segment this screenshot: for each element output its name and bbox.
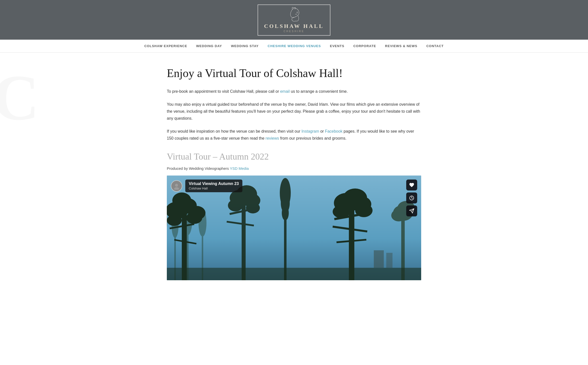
horse-logo-icon: [284, 7, 304, 22]
nav-list: COLSHAW EXPERIENCE WEDDING DAY WEDDING S…: [140, 40, 448, 52]
share-icon: [409, 208, 414, 214]
svg-point-49: [174, 187, 179, 190]
intro-p3-prefix: If you would like inspiration on how the…: [167, 129, 301, 133]
svg-rect-20: [242, 195, 246, 280]
nav-link-cheshire-wedding-venues[interactable]: CHESHIRE WEDDING VENUES: [263, 40, 325, 52]
logo-title: COLSHAW HALL: [264, 23, 324, 29]
video-title-main: Virtual Viewing Autumn 23: [189, 182, 239, 186]
background-watermark: C: [0, 65, 39, 130]
svg-point-31: [282, 205, 289, 220]
svg-point-19: [172, 192, 191, 208]
nav-link-wedding-stay[interactable]: WEDDING STAY: [226, 40, 263, 52]
intro-paragraph-2: You may also enjoy a virtual guided tour…: [167, 101, 421, 122]
nav-item-wedding-day[interactable]: WEDDING DAY: [192, 40, 227, 52]
video-title-sub: Colshaw Hall: [189, 186, 239, 190]
intro-paragraph-3: If you would like inspiration on how the…: [167, 128, 421, 142]
page-title: Enjoy a Virtual Tour of Colshaw Hall!: [167, 66, 421, 80]
site-header: COLSHAW HALL CHESHIRE: [0, 0, 588, 40]
heart-icon: [409, 182, 414, 188]
svg-rect-45: [167, 268, 421, 280]
intro-paragraph-1: To pre-book an appointment to visit Cols…: [167, 88, 421, 95]
nav-item-cheshire-wedding-venues[interactable]: CHESHIRE WEDDING VENUES: [263, 40, 325, 52]
logo-box: COLSHAW HALL CHESHIRE: [258, 4, 330, 36]
intro-text-suffix: us to arrange a convenient time.: [290, 89, 348, 93]
email-link[interactable]: email: [280, 89, 290, 93]
nav-link-wedding-day[interactable]: WEDDING DAY: [192, 40, 227, 52]
avatar-icon: [173, 182, 180, 190]
video-overlay-top-left: Virtual Viewing Autumn 23 Colshaw Hall: [171, 180, 242, 192]
main-content: Enjoy a Virtual Tour of Colshaw Hall! To…: [147, 53, 441, 295]
svg-point-18: [186, 212, 202, 224]
nav-item-colshaw-experience[interactable]: COLSHAW EXPERIENCE: [140, 40, 192, 52]
reviews-link[interactable]: reviews: [266, 136, 279, 140]
video-title-block: Virtual Viewing Autumn 23 Colshaw Hall: [185, 180, 242, 192]
page-content-wrapper: C Enjoy a Virtual Tour of Colshaw Hall! …: [0, 53, 588, 295]
svg-point-44: [391, 209, 406, 221]
svg-rect-47: [386, 253, 392, 268]
nav-item-events[interactable]: EVENTS: [325, 40, 349, 52]
section-heading: Virtual Tour – Autumn 2022: [167, 151, 421, 162]
video-share-button[interactable]: [406, 205, 417, 216]
clock-icon: [409, 195, 414, 201]
produced-by-prefix: Produced by Wedding Videographers: [167, 166, 230, 171]
facebook-link[interactable]: Facebook: [325, 129, 342, 133]
svg-point-0: [297, 12, 298, 13]
nav-link-contact[interactable]: CONTACT: [422, 40, 448, 52]
intro-p3-middle: or: [319, 129, 325, 133]
video-container[interactable]: Virtual Viewing Autumn 23 Colshaw Hall: [167, 176, 421, 280]
svg-point-17: [167, 215, 182, 226]
nav-item-contact[interactable]: CONTACT: [422, 40, 448, 52]
nav-link-colshaw-experience[interactable]: COLSHAW EXPERIENCE: [140, 40, 192, 52]
produced-by: Produced by Wedding Videographers YSD Me…: [167, 166, 421, 171]
nav-link-events[interactable]: EVENTS: [325, 40, 349, 52]
logo-subtitle: CHESHIRE: [284, 30, 304, 33]
svg-point-24: [228, 199, 243, 211]
nav-item-wedding-stay[interactable]: WEDDING STAY: [226, 40, 263, 52]
logo-container: COLSHAW HALL CHESHIRE: [258, 4, 330, 36]
video-clock-button[interactable]: [406, 192, 417, 203]
video-side-buttons: [406, 180, 417, 216]
nav-link-reviews-news[interactable]: REVIEWS & NEWS: [381, 40, 422, 52]
nav-item-corporate[interactable]: CORPORATE: [349, 40, 381, 52]
instagram-link[interactable]: Instagram: [301, 129, 319, 133]
site-nav: COLSHAW EXPERIENCE WEDDING DAY WEDDING S…: [0, 40, 588, 53]
nav-link-corporate[interactable]: CORPORATE: [349, 40, 381, 52]
svg-point-48: [175, 184, 178, 187]
intro-text-prefix: To pre-book an appointment to visit Cols…: [167, 89, 280, 93]
intro-p3-end: from our previous brides and grooms.: [279, 136, 346, 140]
nav-item-reviews-news[interactable]: REVIEWS & NEWS: [381, 40, 422, 52]
video-avatar: [171, 180, 182, 192]
ysd-media-link[interactable]: YSD Media: [230, 166, 249, 171]
svg-point-25: [246, 202, 260, 213]
video-heart-button[interactable]: [406, 180, 417, 190]
svg-rect-46: [374, 250, 384, 268]
